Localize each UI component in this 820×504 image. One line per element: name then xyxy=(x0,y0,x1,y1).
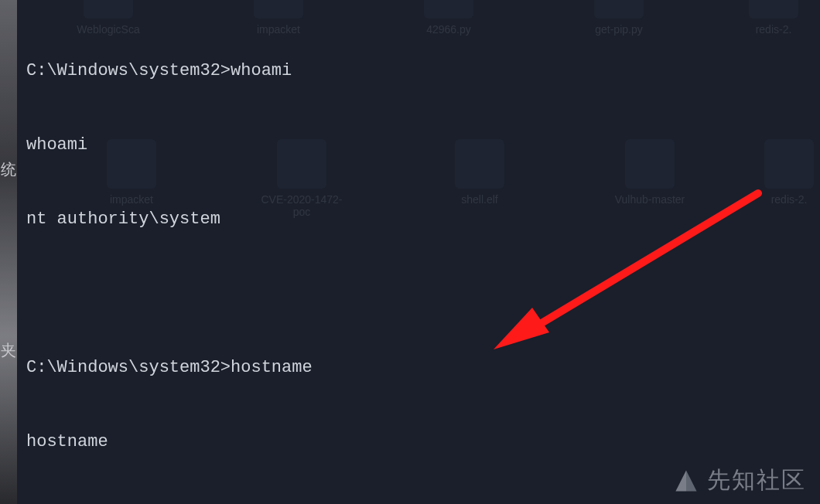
svg-marker-2 xyxy=(675,470,686,491)
watermark-text: 先知社区 xyxy=(707,465,806,496)
line-prompt-hostname: C:\Windows\system32>hostname xyxy=(26,356,820,380)
line-out-whoami: nt authority\system xyxy=(26,207,820,232)
line-echo-whoami: whoami xyxy=(26,133,820,158)
strip-char-1: 统 xyxy=(0,159,17,180)
strip-char-2: 夹 xyxy=(0,340,17,361)
blank-1 xyxy=(26,281,820,306)
terminal-output[interactable]: C:\Windows\system32>whoami whoami nt aut… xyxy=(26,9,820,504)
line-prompt-whoami: C:\Windows\system32>whoami xyxy=(26,59,820,83)
left-window-sliver: 统 夹 xyxy=(0,0,17,504)
desktop-background: WeblogicScaimpacket42966.pyget-pip.pyred… xyxy=(0,0,820,504)
line-echo-hostname: hostname xyxy=(26,430,820,455)
watermark-logo-icon xyxy=(673,468,699,494)
svg-marker-3 xyxy=(686,470,697,491)
watermark: 先知社区 xyxy=(673,465,806,496)
